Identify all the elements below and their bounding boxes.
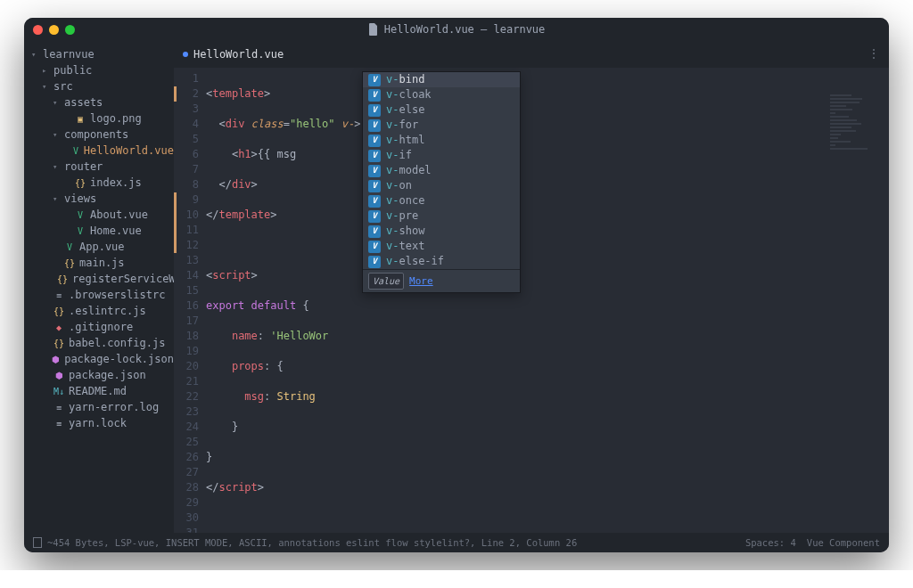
- tree-item-label: .browserslistrc: [69, 289, 165, 301]
- minimap[interactable]: [830, 94, 884, 166]
- file-type-icon: V: [72, 145, 79, 156]
- tree-arrow-icon: ▾: [42, 82, 49, 91]
- status-syntax[interactable]: Vue Component: [807, 537, 880, 548]
- tree-item-public[interactable]: ▸public: [24, 62, 174, 78]
- tree-item-label: router: [64, 160, 103, 173]
- autocomplete-kind-icon: V: [368, 195, 381, 208]
- autocomplete-item-v-on[interactable]: Vv-on: [363, 178, 520, 193]
- file-type-icon: V: [75, 225, 86, 236]
- autocomplete-popup[interactable]: Vv-bindVv-cloakVv-elseVv-forVv-htmlVv-if…: [362, 71, 521, 293]
- code-editor[interactable]: 1234567891011121314151617181920212223242…: [174, 68, 889, 533]
- tree-item-helloworld-vue[interactable]: VHelloWorld.vue: [24, 143, 174, 159]
- file-tree-sidebar[interactable]: ▾learnvue▸public▾src▾assets▣logo.png▾com…: [24, 41, 174, 533]
- autocomplete-kind-icon: V: [368, 150, 381, 162]
- autocomplete-item-v-for[interactable]: Vv-for: [363, 118, 520, 133]
- tree-item-about-vue[interactable]: VAbout.vue: [24, 207, 174, 223]
- tab-bar: HelloWorld.vue ⋮: [174, 41, 889, 68]
- autocomplete-more-link[interactable]: More: [409, 274, 433, 289]
- tree-item-src[interactable]: ▾src: [24, 78, 174, 94]
- tree-item-label: components: [64, 128, 128, 141]
- line-number: 17: [176, 314, 199, 329]
- tree-item-registerservicew[interactable]: {}registerServiceW: [24, 271, 174, 287]
- autocomplete-label: v-model: [386, 163, 432, 178]
- tree-arrow-icon: ▾: [53, 162, 60, 171]
- tree-item--eslintrc-js[interactable]: {}.eslintrc.js: [24, 303, 174, 319]
- tree-item-yarn-lock[interactable]: ≡yarn.lock: [24, 415, 174, 431]
- autocomplete-item-v-if[interactable]: Vv-if: [363, 148, 520, 163]
- tree-item-components[interactable]: ▾components: [24, 127, 174, 143]
- autocomplete-item-v-cloak[interactable]: Vv-cloak: [363, 87, 520, 102]
- tree-item-logo-png[interactable]: ▣logo.png: [24, 110, 174, 127]
- file-icon: [368, 23, 379, 36]
- tree-item-label: src: [53, 80, 73, 93]
- tree-item--browserslistrc[interactable]: ≡.browserslistrc: [24, 287, 174, 303]
- autocomplete-item-v-else-if[interactable]: Vv-else-if: [363, 254, 520, 269]
- tree-item-label: public: [53, 64, 92, 77]
- tree-item-label: views: [64, 192, 96, 205]
- autocomplete-item-v-text[interactable]: Vv-text: [363, 239, 520, 254]
- line-number: 22: [176, 389, 199, 404]
- line-number: 4: [176, 117, 199, 132]
- autocomplete-item-v-html[interactable]: Vv-html: [363, 133, 520, 148]
- file-type-icon: ▣: [75, 113, 86, 124]
- autocomplete-label: v-html: [386, 133, 424, 148]
- file-type-icon: ⬢: [53, 370, 64, 380]
- tree-item-yarn-error-log[interactable]: ≡yarn-error.log: [24, 399, 174, 415]
- tree-item-label: registerServiceW: [72, 273, 174, 285]
- status-panel-icon[interactable]: [33, 537, 42, 548]
- line-number: 2: [176, 86, 199, 102]
- tree-arrow-icon: ▾: [31, 50, 38, 59]
- autocomplete-kind-icon: V: [368, 135, 381, 147]
- autocomplete-kind-icon: V: [368, 180, 381, 192]
- file-type-icon: ≡: [53, 418, 64, 429]
- file-type-icon: {}: [64, 257, 75, 268]
- tab-helloworld[interactable]: HelloWorld.vue: [183, 48, 284, 61]
- tree-item-package-json[interactable]: ⬢package.json: [24, 367, 174, 383]
- line-number: 1: [176, 71, 199, 86]
- tree-item-package-lock-json[interactable]: ⬢package-lock.json: [24, 351, 174, 367]
- line-number: 21: [176, 374, 199, 389]
- tree-item-main-js[interactable]: {}main.js: [24, 255, 174, 271]
- file-type-icon: ⬢: [52, 354, 60, 364]
- gutter: 1234567891011121314151617181920212223242…: [174, 68, 206, 533]
- autocomplete-item-v-else[interactable]: Vv-else: [363, 102, 520, 118]
- status-left-text: ~454 Bytes, LSP-vue, INSERT MODE, ASCII,…: [47, 537, 577, 548]
- tree-item-label: babel.config.js: [69, 337, 165, 349]
- line-number: 12: [176, 238, 199, 253]
- tree-item-label: assets: [64, 96, 103, 109]
- status-right: Spaces: 4 Vue Component: [745, 537, 880, 548]
- tree-item-label: HelloWorld.vue: [84, 144, 174, 157]
- tree-item-learnvue[interactable]: ▾learnvue: [24, 46, 174, 62]
- tree-item-assets[interactable]: ▾assets: [24, 94, 174, 110]
- tab-modified-dot-icon: [183, 52, 188, 57]
- tree-arrow-icon: ▾: [53, 130, 60, 139]
- autocomplete-item-v-show[interactable]: Vv-show: [363, 224, 520, 239]
- code-area[interactable]: <template> <div class="hello" v-> <h1>{{…: [206, 68, 889, 533]
- file-type-icon: {}: [75, 177, 86, 188]
- autocomplete-label: v-if: [386, 148, 412, 163]
- tree-item-index-js[interactable]: {}index.js: [24, 175, 174, 191]
- line-number: 15: [176, 283, 199, 298]
- line-number: 8: [176, 177, 199, 192]
- tab-label: HelloWorld.vue: [193, 48, 284, 61]
- tree-item-router[interactable]: ▾router: [24, 159, 174, 175]
- tree-item-label: About.vue: [90, 208, 148, 221]
- autocomplete-kind-icon: V: [368, 225, 381, 238]
- line-number: 16: [176, 298, 199, 314]
- autocomplete-footer: ValueMore: [363, 269, 520, 292]
- status-spaces[interactable]: Spaces: 4: [745, 537, 796, 548]
- tree-item-label: package.json: [69, 369, 146, 381]
- autocomplete-label: v-on: [386, 178, 412, 193]
- autocomplete-item-v-once[interactable]: Vv-once: [363, 193, 520, 208]
- tree-item-home-vue[interactable]: VHome.vue: [24, 223, 174, 239]
- line-number: 9: [176, 192, 199, 208]
- tree-item--gitignore[interactable]: ◆.gitignore: [24, 319, 174, 335]
- more-menu-icon[interactable]: ⋮: [868, 46, 880, 61]
- autocomplete-item-v-bind[interactable]: Vv-bind: [363, 72, 520, 87]
- autocomplete-item-v-pre[interactable]: Vv-pre: [363, 208, 520, 224]
- autocomplete-item-v-model[interactable]: Vv-model: [363, 163, 520, 178]
- tree-item-views[interactable]: ▾views: [24, 191, 174, 207]
- tree-item-babel-config-js[interactable]: {}babel.config.js: [24, 335, 174, 351]
- tree-item-readme-md[interactable]: M↓README.md: [24, 383, 174, 399]
- tree-item-app-vue[interactable]: VApp.vue: [24, 239, 174, 255]
